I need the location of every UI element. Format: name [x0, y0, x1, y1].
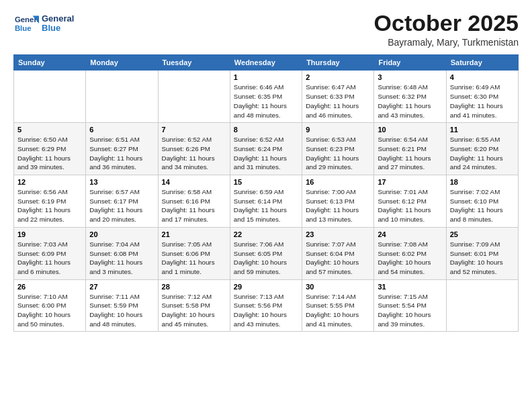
table-row [86, 71, 158, 123]
col-thursday: Thursday [302, 55, 374, 71]
logo-general-text: General [42, 14, 74, 24]
day-number: 14 [162, 178, 226, 186]
table-row: 30Sunrise: 7:14 AMSunset: 5:55 PMDayligh… [302, 279, 374, 332]
day-number: 5 [17, 126, 82, 134]
logo-blue-text: Blue [42, 24, 74, 33]
day-number: 16 [306, 178, 370, 186]
calendar: Sunday Monday Tuesday Wednesday Thursday… [13, 54, 519, 332]
day-number: 1 [234, 73, 298, 81]
day-info: Sunrise: 6:54 AMSunset: 6:21 PMDaylight:… [378, 135, 442, 172]
table-row: 29Sunrise: 7:13 AMSunset: 5:56 PMDayligh… [230, 279, 302, 332]
month-title: October 2025 [374, 11, 519, 36]
table-row: 6Sunrise: 6:51 AMSunset: 6:27 PMDaylight… [86, 123, 158, 175]
table-row: 5Sunrise: 6:50 AMSunset: 6:29 PMDaylight… [14, 123, 86, 175]
table-row: 21Sunrise: 7:05 AMSunset: 6:06 PMDayligh… [158, 227, 230, 279]
calendar-week-row: 26Sunrise: 7:10 AMSunset: 6:00 PMDayligh… [14, 279, 519, 332]
day-info: Sunrise: 6:53 AMSunset: 6:23 PMDaylight:… [306, 135, 370, 172]
day-info: Sunrise: 6:55 AMSunset: 6:20 PMDaylight:… [450, 135, 515, 172]
day-info: Sunrise: 7:09 AMSunset: 6:01 PMDaylight:… [450, 240, 515, 277]
day-number: 28 [162, 283, 226, 291]
day-info: Sunrise: 7:15 AMSunset: 5:54 PMDaylight:… [378, 292, 442, 329]
day-number: 29 [234, 283, 298, 291]
table-row: 15Sunrise: 6:59 AMSunset: 6:14 PMDayligh… [230, 175, 302, 228]
col-monday: Monday [86, 55, 158, 71]
day-number: 17 [378, 178, 442, 186]
day-number: 15 [234, 178, 298, 186]
calendar-header-row: Sunday Monday Tuesday Wednesday Thursday… [14, 55, 519, 71]
day-number: 9 [306, 126, 370, 134]
day-info: Sunrise: 7:12 AMSunset: 5:58 PMDaylight:… [162, 292, 226, 329]
table-row: 11Sunrise: 6:55 AMSunset: 6:20 PMDayligh… [446, 123, 518, 175]
table-row: 23Sunrise: 7:07 AMSunset: 6:04 PMDayligh… [302, 227, 374, 279]
day-number: 18 [450, 178, 515, 186]
day-number: 8 [234, 126, 298, 134]
day-info: Sunrise: 7:02 AMSunset: 6:10 PMDaylight:… [450, 187, 515, 224]
day-info: Sunrise: 7:00 AMSunset: 6:13 PMDaylight:… [306, 187, 370, 224]
logo-text: General Blue [42, 14, 74, 34]
table-row: 31Sunrise: 7:15 AMSunset: 5:54 PMDayligh… [374, 279, 446, 332]
day-info: Sunrise: 6:57 AMSunset: 6:17 PMDaylight:… [89, 187, 154, 224]
day-number: 25 [450, 230, 515, 238]
title-block: October 2025 Bayramaly, Mary, Turkmenist… [374, 11, 519, 48]
day-number: 12 [17, 178, 82, 186]
day-number: 7 [162, 126, 226, 134]
day-number: 20 [89, 230, 154, 238]
calendar-week-row: 5Sunrise: 6:50 AMSunset: 6:29 PMDaylight… [14, 123, 519, 175]
day-info: Sunrise: 7:14 AMSunset: 5:55 PMDaylight:… [306, 292, 370, 329]
day-info: Sunrise: 7:04 AMSunset: 6:08 PMDaylight:… [89, 240, 154, 277]
table-row: 19Sunrise: 7:03 AMSunset: 6:09 PMDayligh… [14, 227, 86, 279]
table-row: 12Sunrise: 6:56 AMSunset: 6:19 PMDayligh… [14, 175, 86, 228]
day-number: 22 [234, 230, 298, 238]
col-saturday: Saturday [446, 55, 518, 71]
table-row: 18Sunrise: 7:02 AMSunset: 6:10 PMDayligh… [446, 175, 518, 228]
day-info: Sunrise: 7:08 AMSunset: 6:02 PMDaylight:… [378, 240, 442, 277]
table-row: 27Sunrise: 7:11 AMSunset: 5:59 PMDayligh… [86, 279, 158, 332]
day-info: Sunrise: 6:46 AMSunset: 6:35 PMDaylight:… [234, 83, 298, 120]
table-row: 20Sunrise: 7:04 AMSunset: 6:08 PMDayligh… [86, 227, 158, 279]
day-number: 27 [89, 283, 154, 291]
table-row: 2Sunrise: 6:47 AMSunset: 6:33 PMDaylight… [302, 71, 374, 123]
table-row: 3Sunrise: 6:48 AMSunset: 6:32 PMDaylight… [374, 71, 446, 123]
day-number: 24 [378, 230, 442, 238]
day-info: Sunrise: 6:49 AMSunset: 6:30 PMDaylight:… [450, 83, 515, 120]
table-row: 1Sunrise: 6:46 AMSunset: 6:35 PMDaylight… [230, 71, 302, 123]
day-info: Sunrise: 6:50 AMSunset: 6:29 PMDaylight:… [17, 135, 82, 172]
table-row: 7Sunrise: 6:52 AMSunset: 6:26 PMDaylight… [158, 123, 230, 175]
table-row: 24Sunrise: 7:08 AMSunset: 6:02 PMDayligh… [374, 227, 446, 279]
table-row: 16Sunrise: 7:00 AMSunset: 6:13 PMDayligh… [302, 175, 374, 228]
table-row: 4Sunrise: 6:49 AMSunset: 6:30 PMDaylight… [446, 71, 518, 123]
col-wednesday: Wednesday [230, 55, 302, 71]
logo-icon: General Blue [13, 11, 39, 36]
day-info: Sunrise: 6:58 AMSunset: 6:16 PMDaylight:… [162, 187, 226, 224]
day-number: 3 [378, 73, 442, 81]
day-info: Sunrise: 7:06 AMSunset: 6:05 PMDaylight:… [234, 240, 298, 277]
day-info: Sunrise: 7:03 AMSunset: 6:09 PMDaylight:… [17, 240, 82, 277]
day-info: Sunrise: 7:13 AMSunset: 5:56 PMDaylight:… [234, 292, 298, 329]
day-number: 23 [306, 230, 370, 238]
calendar-week-row: 19Sunrise: 7:03 AMSunset: 6:09 PMDayligh… [14, 227, 519, 279]
table-row: 28Sunrise: 7:12 AMSunset: 5:58 PMDayligh… [158, 279, 230, 332]
page: General Blue General Blue October 2025 B… [0, 0, 532, 342]
header: General Blue General Blue October 2025 B… [13, 11, 519, 48]
day-number: 31 [378, 283, 442, 291]
day-info: Sunrise: 6:51 AMSunset: 6:27 PMDaylight:… [89, 135, 154, 172]
day-info: Sunrise: 6:59 AMSunset: 6:14 PMDaylight:… [234, 187, 298, 224]
day-number: 21 [162, 230, 226, 238]
table-row: 22Sunrise: 7:06 AMSunset: 6:05 PMDayligh… [230, 227, 302, 279]
day-info: Sunrise: 7:05 AMSunset: 6:06 PMDaylight:… [162, 240, 226, 277]
table-row: 17Sunrise: 7:01 AMSunset: 6:12 PMDayligh… [374, 175, 446, 228]
col-friday: Friday [374, 55, 446, 71]
table-row: 10Sunrise: 6:54 AMSunset: 6:21 PMDayligh… [374, 123, 446, 175]
day-number: 19 [17, 230, 82, 238]
day-info: Sunrise: 6:47 AMSunset: 6:33 PMDaylight:… [306, 83, 370, 120]
day-number: 30 [306, 283, 370, 291]
table-row: 8Sunrise: 6:52 AMSunset: 6:24 PMDaylight… [230, 123, 302, 175]
table-row: 14Sunrise: 6:58 AMSunset: 6:16 PMDayligh… [158, 175, 230, 228]
day-number: 6 [89, 126, 154, 134]
day-info: Sunrise: 6:52 AMSunset: 6:24 PMDaylight:… [234, 135, 298, 172]
table-row: 25Sunrise: 7:09 AMSunset: 6:01 PMDayligh… [446, 227, 518, 279]
location: Bayramaly, Mary, Turkmenistan [374, 37, 519, 48]
logo: General Blue General Blue [13, 11, 74, 36]
day-number: 11 [450, 126, 515, 134]
col-tuesday: Tuesday [158, 55, 230, 71]
